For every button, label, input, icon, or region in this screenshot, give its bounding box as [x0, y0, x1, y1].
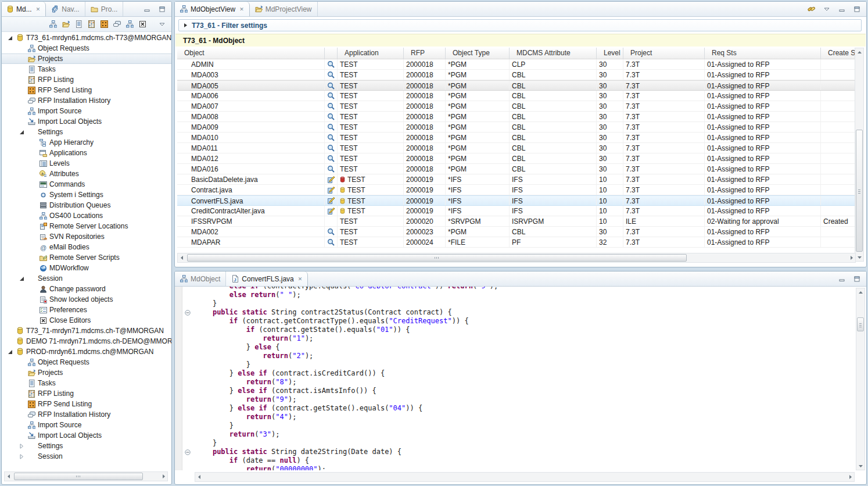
column-header-create-sts[interactable]: Create Sts [821, 48, 856, 59]
table-row-mda009[interactable]: MDA009TEST2000018*PGMCBL307.3T01-Assigne… [177, 122, 856, 133]
tree-item-rfp-send-listing[interactable]: RFP Send Listing [2, 399, 171, 409]
tree-item-settings[interactable]: Settings [2, 127, 171, 137]
tree-item-rfp-send-listing[interactable]: RFP Send Listing [2, 85, 171, 95]
tree-item-distribution-queues[interactable]: Distribution Queues [2, 200, 171, 210]
tree-item-rfp-listing[interactable]: RFP Listing [2, 388, 171, 399]
table-row-mda010[interactable]: MDA010TEST2000018*PGMCBL307.3T01-Assigne… [177, 133, 856, 143]
projects-button[interactable] [60, 19, 71, 30]
tree-item-rfp-installation-history[interactable]: RFP Installation History [2, 95, 171, 106]
scroll-down-icon[interactable] [855, 253, 863, 261]
maximize-button[interactable] [156, 3, 168, 15]
column-header-project[interactable]: Project [623, 48, 705, 59]
tree-item-svn-repositories[interactable]: SVNSVN Repositories [2, 231, 171, 242]
maximize-button[interactable] [851, 3, 863, 15]
object-requests-button[interactable] [47, 19, 59, 30]
expand-arrow-icon[interactable] [184, 23, 188, 28]
view-menu-icon[interactable] [156, 19, 168, 30]
table-row-mdapar[interactable]: MDAPARTEST2000024*FILEPF327.3T01-Assigne… [177, 237, 856, 248]
tree-item-attributes[interactable]: aAttributes [2, 169, 171, 179]
view-menu-button[interactable] [821, 3, 833, 15]
table-row-mda005[interactable]: MDA005TEST2000018*PGMCBL307.3T01-Assigne… [177, 80, 856, 91]
rfp-installation-history-button[interactable] [111, 19, 123, 30]
table-row-mda002[interactable]: MDA002TEST2000023*PGMCBL307.3T01-Assigne… [177, 227, 856, 237]
close-icon[interactable]: ✕ [239, 6, 244, 12]
tree-item-remote-server-locations[interactable]: Remote Server Locations [2, 221, 171, 231]
scroll-right-icon[interactable] [159, 472, 167, 480]
scroll-right-icon[interactable] [847, 253, 855, 262]
minimize-button[interactable] [836, 273, 848, 285]
tree-item-session[interactable]: Session [2, 451, 171, 462]
table-row-mda008[interactable]: MDA008TEST2000018*PGMCBL307.3T01-Assigne… [177, 112, 856, 122]
expander-open-icon[interactable] [8, 35, 13, 41]
scroll-down-icon[interactable] [856, 462, 865, 470]
table-row-mda016[interactable]: MDA016TEST2000018*PGMCBL307.3T01-Assigne… [177, 164, 856, 174]
import-source-button[interactable] [124, 19, 135, 30]
tab-nav-[interactable]: Nav... [46, 2, 85, 16]
scroll-right-icon[interactable] [846, 473, 854, 481]
scroll-left-icon[interactable] [5, 472, 13, 480]
tree-item-levels[interactable]: Levels [2, 158, 171, 169]
table-row-mda011[interactable]: MDA011TEST2000018*PGMCBL307.3T01-Assigne… [177, 143, 856, 153]
table-row-mda006[interactable]: MDA006TEST2000018*PGMCBL307.3T01-Assigne… [177, 91, 856, 101]
code-editor[interactable]: else if (contractType.equals("Co-debtor … [193, 287, 856, 470]
tree-hscrollbar[interactable] [4, 471, 168, 481]
table-row-basicdatadelete-java[interactable]: BasicDataDelete.javaTEST2000019*IFSIFS10… [177, 174, 856, 185]
tasks-button[interactable] [73, 19, 84, 30]
rfp-send-listing-button[interactable] [98, 19, 110, 30]
fold-collapse-icon[interactable] [185, 310, 191, 316]
column-header-object[interactable]: Object [177, 48, 325, 59]
table-row-contract-java[interactable]: Contract.javaTEST2000019*IFSIFS107.3T01-… [177, 185, 856, 195]
tree-item-import-source[interactable]: Import Source [2, 420, 171, 430]
minimize-button[interactable] [836, 3, 848, 15]
editor-hscrollbar[interactable] [195, 472, 855, 482]
column-header-object-type[interactable]: Object Type [446, 48, 510, 59]
editor-fold-ruler[interactable] [182, 287, 193, 470]
tree-item-tasks[interactable]: Tasks [2, 64, 171, 74]
tree-item-os400-locations[interactable]: OS400 Locations [2, 210, 171, 221]
column-header-mdcms-attribute[interactable]: MDCMS Attribute [510, 48, 597, 59]
tree-item-prod-mrdyn61-mdcms-ch-mmorgan[interactable]: PROD-mrdyn61.mdcms.ch@MMORGAN [2, 346, 171, 357]
minimize-button[interactable] [141, 3, 153, 15]
tab-md-[interactable]: Md...✕ [2, 2, 46, 16]
scroll-left-icon[interactable] [195, 473, 203, 481]
expander-closed-icon[interactable] [19, 444, 24, 449]
column-header-application[interactable]: Application [338, 48, 404, 59]
tree-item-demo-71-mrdyn71-mdcms-ch-demo-mmor[interactable]: DEMO 71-mrdyn71.mdcms.ch-DEMO@MMOR [2, 336, 171, 346]
tree-item-import-local-objects[interactable]: Import Local Objects [2, 116, 171, 127]
column-header-rfp[interactable]: RFP [404, 48, 446, 59]
tree-item-change-password[interactable]: Change password [2, 284, 171, 294]
tab-mdobject[interactable]: MdObject [175, 271, 226, 286]
tree-item-commands[interactable]: Commands [2, 179, 171, 190]
tab-mdprojectview[interactable]: MdProjectView [250, 2, 318, 16]
table-row-ifssrvpgm[interactable]: IFSSRVPGMTEST2000020*SRVPGMISRVPGM10ILE0… [177, 216, 856, 227]
column-header-action[interactable] [325, 48, 338, 59]
expander-closed-icon[interactable] [19, 454, 24, 459]
table-vscroll-thumb[interactable] [856, 130, 863, 252]
maximize-button[interactable] [851, 273, 863, 285]
table-row-mda003[interactable]: MDA003TEST2000018*PGMCBL307.3T01-Assigne… [177, 70, 856, 80]
editor-vscrollbar[interactable] [856, 288, 865, 470]
tree-item-applications[interactable]: Applications [2, 148, 171, 158]
table-row-admin[interactable]: ADMINTEST2000018*PGMCLP307.3T01-Assigned… [177, 59, 856, 70]
filter-settings-bar[interactable]: T73_61 - Filter settings [178, 19, 862, 31]
expander-open-icon[interactable] [19, 130, 24, 135]
table-vscrollbar[interactable] [855, 48, 864, 262]
tree-item-rfp-installation-history[interactable]: RFP Installation History [2, 409, 171, 420]
tree-item-mdworkflow[interactable]: MDWorkflow [2, 263, 171, 273]
fold-collapse-icon[interactable] [185, 449, 191, 455]
table-hscroll-thumb[interactable] [187, 254, 687, 262]
tree-item-t73-71-mrdyn71-mdcms-ch-t-mmorgan[interactable]: T73_71-mrdyn71.mdcms.ch-T@MMORGAN [2, 326, 171, 336]
tab-pro-[interactable]: Pro... [85, 2, 124, 16]
tree-item-object-requests[interactable]: Object Requests [2, 43, 171, 53]
tree-item-remote-server-scripts[interactable]: Remote Server Scripts [2, 252, 171, 263]
tree-item-email-bodies[interactable]: @eMail Bodies [2, 242, 171, 252]
tree-item-session[interactable]: Session [2, 273, 171, 284]
tab-convertfls-java[interactable]: JConvertFLS.java✕ [226, 271, 308, 286]
close-icon[interactable]: ✕ [36, 6, 41, 12]
column-header-level[interactable]: Level [597, 48, 623, 59]
tree-item-object-requests[interactable]: Object Requests [2, 357, 171, 367]
tree-item-tasks[interactable]: Tasks [2, 378, 171, 388]
editor-vscroll-thumb[interactable] [857, 317, 864, 331]
close-editors-button[interactable] [137, 19, 148, 30]
column-header-req-sts[interactable]: Req Sts [705, 48, 821, 59]
